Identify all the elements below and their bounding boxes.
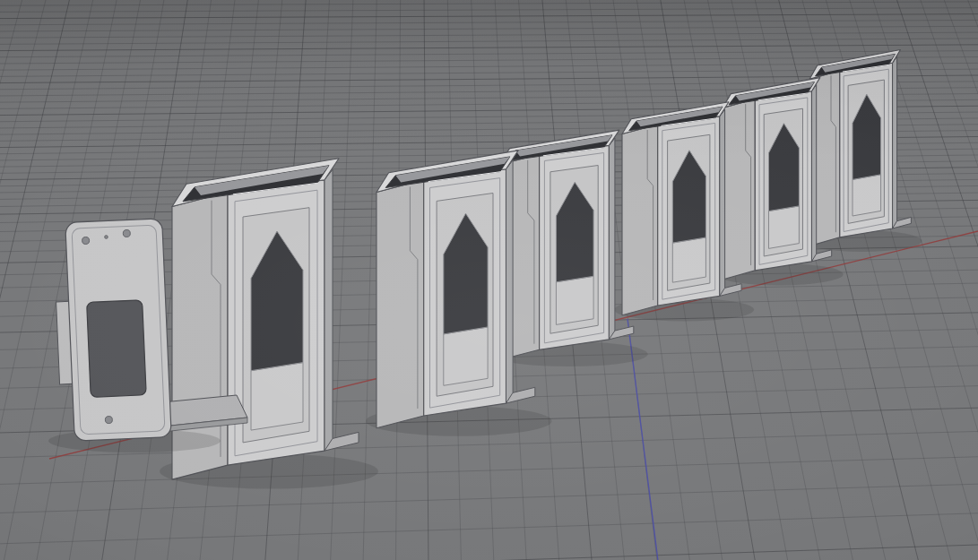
right-edge [720,109,725,296]
side-face[interactable] [622,125,658,315]
grid-line [0,484,978,513]
grid-line [919,0,978,560]
right-edge [609,138,615,340]
holder-6[interactable] [802,50,922,252]
window-track [251,363,303,431]
right-edge [506,160,514,403]
mount-hole[interactable] [123,229,130,237]
grid-line [896,0,978,560]
window-track [444,327,488,385]
grid-line [0,45,978,51]
grid-line [0,0,48,560]
grid-line [0,8,978,13]
side-face[interactable] [376,180,424,428]
grid-line [0,0,23,560]
side-face[interactable] [723,99,755,280]
grid-line [0,2,978,5]
window-track [556,276,593,324]
grid-line [0,20,978,24]
grid-line [0,545,978,560]
mount-hole[interactable] [105,236,108,239]
plate-cutout[interactable] [87,300,147,398]
window-track [769,206,800,249]
cad-viewport[interactable] [0,0,978,560]
right-edge [325,169,333,451]
grid-line [0,51,978,57]
grid-line [0,513,978,544]
window-track [853,175,881,216]
mount-hole[interactable] [105,416,112,423]
right-edge [812,85,817,262]
right-edge [893,56,897,228]
grid-line [0,32,978,38]
viewport-canvas[interactable] [0,0,978,560]
grid-line [0,39,978,45]
window-track [672,237,705,282]
mount-hole[interactable] [82,237,89,244]
grid-line [965,0,978,560]
models-layer [48,50,922,489]
grid-line [0,26,978,31]
